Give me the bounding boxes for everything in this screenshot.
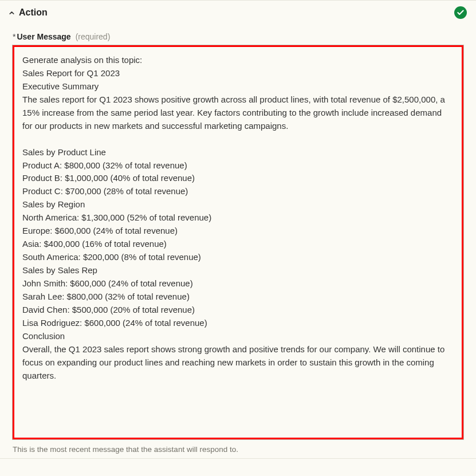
- chevron-up-icon: [8, 9, 15, 17]
- form-area: *User Message (required) This is the mos…: [0, 25, 476, 458]
- action-panel: Action *User Message (required) This is …: [0, 0, 476, 459]
- required-asterisk: *User Message: [13, 32, 71, 42]
- user-message-input[interactable]: [13, 45, 463, 439]
- required-tag: (required): [76, 32, 111, 41]
- panel-header[interactable]: Action: [0, 1, 476, 25]
- helper-text: This is the most recent message that the…: [13, 445, 463, 454]
- status-success-icon: [454, 6, 467, 19]
- field-label-row: *User Message (required): [13, 32, 463, 42]
- panel-title: Action: [19, 7, 454, 18]
- field-label-text: User Message: [17, 32, 70, 41]
